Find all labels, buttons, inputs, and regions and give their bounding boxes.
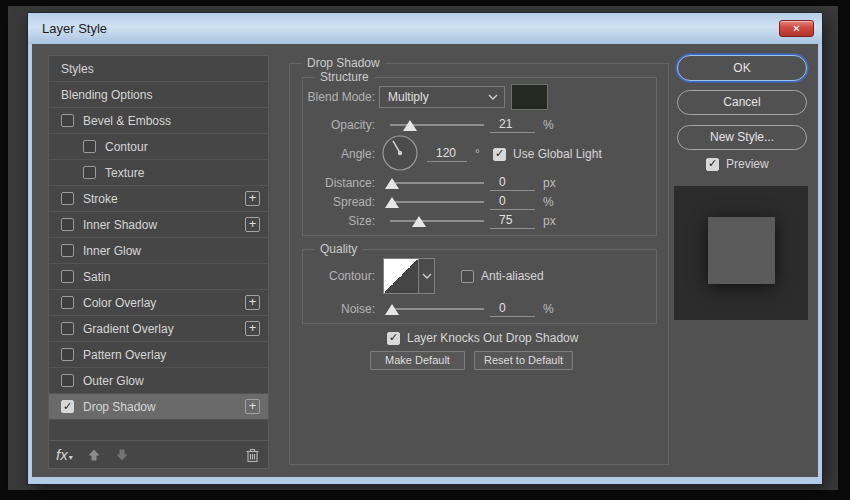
new-style-button[interactable]: New Style... <box>677 125 807 150</box>
use-global-light-checkbox[interactable]: ✓ <box>493 148 506 161</box>
add-drop-shadow-icon[interactable]: + <box>245 399 260 414</box>
angle-unit: ° <box>475 147 487 161</box>
add-gradient-overlay-icon[interactable]: + <box>245 321 260 336</box>
texture-checkbox[interactable]: ✓ <box>83 166 96 179</box>
sidebar-item-inner-glow[interactable]: ✓ Inner Glow <box>49 238 268 264</box>
preview-thumbnail <box>674 186 808 320</box>
blend-mode-value: Multiply <box>388 90 429 104</box>
color-overlay-checkbox[interactable]: ✓ <box>61 296 74 309</box>
reset-to-default-button[interactable]: Reset to Default <box>474 351 573 370</box>
pattern-overlay-checkbox[interactable]: ✓ <box>61 348 74 361</box>
title-bar[interactable]: Layer Style ✕ <box>28 13 822 44</box>
sidebar-item-satin[interactable]: ✓ Satin <box>49 264 268 290</box>
trash-icon <box>245 447 260 463</box>
add-stroke-icon[interactable]: + <box>245 191 260 206</box>
anti-aliased-checkbox[interactable]: ✓ <box>461 270 474 283</box>
inner-glow-checkbox[interactable]: ✓ <box>61 244 74 257</box>
layer-style-dialog: Layer Style ✕ Styles Blending Options ✓ … <box>28 13 822 484</box>
noise-slider[interactable] <box>390 308 484 310</box>
move-effect-down-button[interactable] <box>115 448 129 462</box>
size-unit: px <box>543 214 559 228</box>
distance-label: Distance: <box>303 176 375 190</box>
opacity-slider-thumb[interactable] <box>403 120 417 131</box>
opacity-value[interactable]: 21 <box>490 117 535 133</box>
noise-value[interactable]: 0 <box>490 301 535 317</box>
dialog-body: Styles Blending Options ✓ Bevel & Emboss… <box>32 44 818 477</box>
spread-label: Spread: <box>303 195 375 209</box>
preview-label: Preview <box>726 157 769 171</box>
distance-slider-thumb[interactable] <box>385 178 399 189</box>
sidebar-item-blending-options[interactable]: Blending Options <box>49 82 268 108</box>
sidebar-toolbar: fx ▾ <box>49 440 268 468</box>
sidebar-item-label: Satin <box>83 270 110 284</box>
contour-checkbox[interactable]: ✓ <box>83 140 96 153</box>
size-slider[interactable] <box>390 220 484 222</box>
add-inner-shadow-icon[interactable]: + <box>245 217 260 232</box>
close-button[interactable]: ✕ <box>779 20 814 37</box>
size-label: Size: <box>303 214 375 228</box>
distance-value[interactable]: 0 <box>490 175 535 191</box>
delete-effect-button[interactable] <box>245 447 260 463</box>
chevron-down-icon <box>488 94 498 100</box>
noise-slider-thumb[interactable] <box>385 304 399 315</box>
layer-knocks-out-label: Layer Knocks Out Drop Shadow <box>407 331 578 345</box>
bevel-emboss-checkbox[interactable]: ✓ <box>61 114 74 127</box>
stroke-checkbox[interactable]: ✓ <box>61 192 74 205</box>
sidebar-item-stroke[interactable]: ✓ Stroke + <box>49 186 268 212</box>
arrow-up-icon <box>87 448 101 462</box>
spread-slider-thumb[interactable] <box>385 197 399 208</box>
contour-picker[interactable] <box>383 258 419 294</box>
caret-down-icon: ▾ <box>69 454 73 462</box>
contour-label: Contour: <box>303 269 375 283</box>
structure-legend: Structure <box>315 70 374 84</box>
sidebar-item-styles[interactable]: Styles <box>49 56 268 82</box>
ok-button[interactable]: OK <box>677 55 807 81</box>
sidebar-item-texture[interactable]: ✓ Texture <box>49 160 268 186</box>
gradient-overlay-checkbox[interactable]: ✓ <box>61 322 74 335</box>
cancel-button[interactable]: Cancel <box>677 90 807 115</box>
fx-menu-button[interactable]: fx ▾ <box>56 447 73 462</box>
close-icon: ✕ <box>792 23 800 34</box>
angle-dial[interactable] <box>381 134 419 175</box>
opacity-label: Opacity: <box>303 118 375 132</box>
contour-dropdown-button[interactable] <box>419 258 435 294</box>
styles-sidebar: Styles Blending Options ✓ Bevel & Emboss… <box>48 55 269 469</box>
drop-shadow-checkbox[interactable]: ✓ <box>61 400 74 413</box>
sidebar-item-gradient-overlay[interactable]: ✓ Gradient Overlay + <box>49 316 268 342</box>
panel-title: Drop Shadow <box>302 56 385 70</box>
distance-unit: px <box>543 176 559 190</box>
sidebar-item-contour[interactable]: ✓ Contour <box>49 134 268 160</box>
sidebar-item-label: Gradient Overlay <box>83 322 174 336</box>
opacity-slider[interactable] <box>390 124 484 126</box>
move-effect-up-button[interactable] <box>87 448 101 462</box>
layer-knocks-out-checkbox[interactable]: ✓ <box>387 332 400 345</box>
outer-glow-checkbox[interactable]: ✓ <box>61 374 74 387</box>
add-color-overlay-icon[interactable]: + <box>245 295 260 310</box>
sidebar-item-inner-shadow[interactable]: ✓ Inner Shadow + <box>49 212 268 238</box>
sidebar-item-pattern-overlay[interactable]: ✓ Pattern Overlay <box>49 342 268 368</box>
preview-toggle[interactable]: ✓ Preview <box>706 157 769 171</box>
blend-color-swatch[interactable] <box>511 84 548 110</box>
sidebar-item-label: Styles <box>61 62 94 76</box>
spread-value[interactable]: 0 <box>490 194 535 210</box>
sidebar-item-label: Texture <box>105 166 144 180</box>
sidebar-item-label: Drop Shadow <box>83 400 156 414</box>
sidebar-item-color-overlay[interactable]: ✓ Color Overlay + <box>49 290 268 316</box>
sidebar-item-outer-glow[interactable]: ✓ Outer Glow <box>49 368 268 394</box>
preview-checkbox[interactable]: ✓ <box>706 158 719 171</box>
inner-shadow-checkbox[interactable]: ✓ <box>61 218 74 231</box>
distance-slider[interactable] <box>390 182 484 184</box>
sidebar-item-drop-shadow[interactable]: ✓ Drop Shadow + <box>49 394 268 420</box>
sidebar-item-label: Contour <box>105 140 148 154</box>
quality-legend: Quality <box>315 242 362 256</box>
spread-slider[interactable] <box>390 201 484 203</box>
blend-mode-select[interactable]: Multiply <box>379 86 505 108</box>
spread-unit: % <box>543 195 559 209</box>
satin-checkbox[interactable]: ✓ <box>61 270 74 283</box>
sidebar-item-label: Blending Options <box>61 88 152 102</box>
angle-value[interactable]: 120 <box>427 146 467 162</box>
size-slider-thumb[interactable] <box>412 216 426 227</box>
sidebar-item-bevel-emboss[interactable]: ✓ Bevel & Emboss <box>49 108 268 134</box>
size-value[interactable]: 75 <box>490 213 535 229</box>
make-default-button[interactable]: Make Default <box>370 351 465 370</box>
